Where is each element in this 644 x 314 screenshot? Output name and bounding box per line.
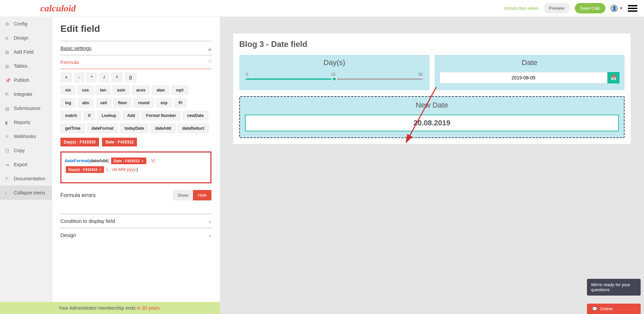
- formula-tag-days[interactable]: Day(s) - F410310×: [66, 166, 104, 173]
- header: calculoid Introduction video Preview Sav…: [0, 0, 644, 17]
- save-calc-button[interactable]: Save Calc: [575, 3, 605, 13]
- preview-area: Blog 3 - Date field Day(s) 0 15 30: [220, 17, 644, 314]
- hide-errors-button[interactable]: Hide: [193, 190, 211, 200]
- op-abs[interactable]: abs: [78, 98, 94, 108]
- show-errors-button[interactable]: Show: [173, 190, 193, 200]
- operator-row-2: sin cos tan asin acos atan sqrt: [60, 85, 211, 95]
- op-log[interactable]: log: [60, 98, 76, 108]
- remove-tag-icon[interactable]: ×: [99, 168, 101, 172]
- formula-errors-label: Formula errors: [60, 192, 96, 198]
- hamburger-menu-icon[interactable]: [628, 4, 637, 13]
- sidebar-item-webhooks[interactable]: ⚛Webhooks: [0, 129, 52, 143]
- formula-tag-date[interactable]: Date - F410312×: [111, 158, 146, 164]
- op-sin[interactable]: sin: [60, 85, 76, 95]
- chat-tooltip: We're ready for your questions: [587, 279, 641, 296]
- date-widget: Date 📅: [435, 55, 625, 90]
- op-plus[interactable]: +: [60, 72, 72, 82]
- operator-row-1: + - * / ^ (): [60, 72, 211, 82]
- sidebar-item-copy[interactable]: ⿻Copy: [0, 143, 52, 158]
- edit-field-title: Edit field: [60, 23, 211, 34]
- op-atan[interactable]: atan: [152, 85, 169, 95]
- preview-title: Blog 3 - Date field: [239, 40, 625, 49]
- chevron-left-icon: ‹: [5, 190, 10, 195]
- sidebar-item-documentation[interactable]: ?Documentation: [0, 172, 52, 186]
- sidebar-item-tables[interactable]: ⊞Tables: [0, 59, 52, 73]
- sidebar-item-collapse[interactable]: ‹Collapse menu: [0, 186, 52, 200]
- slider-min: 0: [246, 72, 248, 77]
- op-datededuct[interactable]: dateDeduct: [178, 123, 209, 133]
- help-icon: ?: [5, 176, 10, 181]
- op-dateadd[interactable]: dateAdd: [150, 123, 176, 133]
- archive-icon: ▤: [5, 106, 10, 111]
- share-icon: ⚛: [5, 134, 10, 139]
- op-gettime[interactable]: getTime: [60, 123, 85, 133]
- thumbtack-icon: 📌: [5, 78, 10, 82]
- field-tag-date[interactable]: Date - F410312: [102, 138, 137, 146]
- chevron-down-icon: ⌄: [208, 219, 211, 224]
- intro-video-link[interactable]: Introduction video: [504, 6, 539, 11]
- calendar-button[interactable]: 📅: [607, 72, 620, 83]
- membership-footer: Your Administrator membership ends in 30…: [0, 302, 220, 314]
- slider-mid: 15: [331, 72, 335, 77]
- chat-button[interactable]: 💬 Online: [587, 304, 641, 314]
- op-add[interactable]: Add: [122, 111, 140, 121]
- op-parens[interactable]: (): [125, 72, 137, 82]
- op-multiply[interactable]: *: [86, 72, 97, 82]
- sidebar-item-design[interactable]: πDesign: [0, 31, 52, 45]
- op-asin[interactable]: asin: [112, 85, 130, 95]
- op-power[interactable]: ^: [111, 72, 123, 82]
- logo[interactable]: calculoid: [40, 3, 76, 14]
- formula-header[interactable]: Formula ⌃: [60, 55, 211, 69]
- op-sqrt[interactable]: sqrt: [171, 85, 188, 95]
- days-label: Day(s): [244, 58, 425, 67]
- op-newdate[interactable]: newDate: [183, 111, 208, 121]
- date-label: Date: [440, 58, 620, 67]
- export-icon: ⇥: [5, 162, 10, 167]
- op-lookup[interactable]: Lookup: [97, 111, 121, 121]
- days-slider[interactable]: [246, 78, 423, 80]
- op-floor[interactable]: floor: [113, 98, 132, 108]
- sidebar-item-submissions[interactable]: ▤Submissions: [0, 101, 52, 115]
- condition-header[interactable]: Condition to display field ⌄: [60, 214, 211, 228]
- op-if[interactable]: if: [83, 111, 95, 121]
- avatar-icon: 👤: [610, 5, 618, 12]
- op-match[interactable]: match: [60, 111, 82, 121]
- chevron-up-icon: ⌃: [208, 60, 211, 65]
- new-date-label: New Date: [245, 101, 619, 110]
- table-icon: ⊞: [5, 64, 10, 68]
- op-divide[interactable]: /: [99, 72, 109, 82]
- formula-editor[interactable]: dateFormat(dateAdd( Date - F410312× , 'd…: [60, 151, 211, 183]
- op-ceil[interactable]: ceil: [96, 98, 112, 108]
- remove-tag-icon[interactable]: ×: [141, 159, 143, 163]
- op-exp[interactable]: exp: [156, 98, 172, 108]
- sidebar-item-integrate[interactable]: ⇱Integrate: [0, 87, 52, 101]
- sidebar-item-config[interactable]: ⚙Config: [0, 17, 52, 31]
- op-format-number[interactable]: Format Number: [141, 111, 181, 121]
- sidebar-item-add-field[interactable]: ⊞Add Field: [0, 45, 52, 59]
- field-tag-days[interactable]: Day(s) - F410310: [60, 138, 99, 146]
- sidebar-item-export[interactable]: ⇥Export: [0, 158, 52, 172]
- plus-icon: ⊞: [5, 50, 10, 54]
- copy-icon: ⿻: [5, 148, 10, 153]
- op-acos[interactable]: acos: [132, 85, 150, 95]
- sidebar-item-reports[interactable]: ▮Reports: [0, 115, 52, 129]
- merge-icon: ⇱: [5, 92, 10, 97]
- design-icon: π: [5, 36, 10, 40]
- user-menu[interactable]: 👤 ▼: [610, 5, 623, 12]
- op-tan[interactable]: tan: [95, 85, 111, 95]
- operator-row-5: getTime dateFormat todayDate dateAdd dat…: [60, 123, 211, 133]
- op-cos[interactable]: cos: [77, 85, 94, 95]
- date-input[interactable]: [440, 72, 608, 83]
- op-pi[interactable]: Pi: [174, 98, 187, 108]
- op-minus[interactable]: -: [74, 72, 85, 82]
- slider-thumb-icon[interactable]: [332, 76, 337, 82]
- preview-card: Blog 3 - Date field Day(s) 0 15 30: [233, 34, 631, 144]
- sidebar: ⚙Config πDesign ⊞Add Field ⊞Tables 📌Publ…: [0, 17, 52, 314]
- sidebar-item-publish[interactable]: 📌Publish: [0, 73, 52, 87]
- design-section-header[interactable]: Design ⌄: [60, 228, 211, 242]
- op-todaydate[interactable]: todayDate: [120, 123, 149, 133]
- basic-settings-header[interactable]: Basic settings ⌄: [60, 41, 211, 55]
- op-dateformat[interactable]: dateFormat: [87, 123, 118, 133]
- op-round[interactable]: round: [133, 98, 154, 108]
- preview-button[interactable]: Preview: [544, 3, 570, 13]
